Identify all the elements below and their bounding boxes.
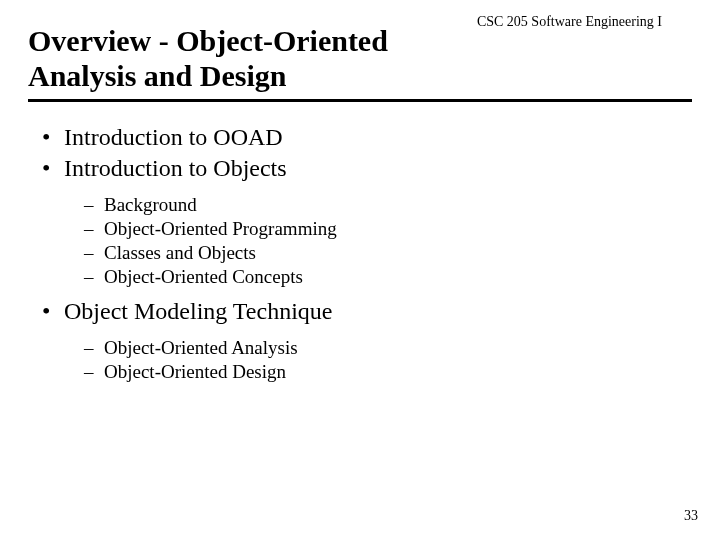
bullet-dash-icon: –	[84, 218, 104, 240]
sub-bullet-item: –Background	[28, 194, 692, 216]
sub-bullet-text: Classes and Objects	[104, 242, 256, 263]
bullet-dot-icon: •	[42, 124, 64, 151]
bullet-dash-icon: –	[84, 337, 104, 359]
bullet-text: Introduction to Objects	[64, 155, 287, 181]
bullet-item: •Introduction to OOAD	[28, 124, 692, 151]
bullet-dash-icon: –	[84, 266, 104, 288]
course-header: CSC 205 Software Engineering I	[477, 14, 662, 30]
sub-bullet-item: –Object-Oriented Analysis	[28, 337, 692, 359]
sub-bullet-item: –Object-Oriented Programming	[28, 218, 692, 240]
sub-bullet-text: Background	[104, 194, 197, 215]
page-number: 33	[684, 508, 698, 524]
bullet-dash-icon: –	[84, 361, 104, 383]
sub-bullet-text: Object-Oriented Concepts	[104, 266, 303, 287]
sub-bullet-item: –Classes and Objects	[28, 242, 692, 264]
bullet-dash-icon: –	[84, 194, 104, 216]
bullet-item: •Object Modeling Technique	[28, 298, 692, 325]
bullet-dot-icon: •	[42, 155, 64, 182]
bullet-text: Object Modeling Technique	[64, 298, 332, 324]
bullet-item: •Introduction to Objects	[28, 155, 692, 182]
bullet-dash-icon: –	[84, 242, 104, 264]
sub-bullet-text: Object-Oriented Programming	[104, 218, 337, 239]
title-underline	[28, 99, 692, 102]
sub-bullet-item: –Object-Oriented Design	[28, 361, 692, 383]
sub-bullet-item: –Object-Oriented Concepts	[28, 266, 692, 288]
sub-bullet-text: Object-Oriented Design	[104, 361, 286, 382]
sub-bullet-text: Object-Oriented Analysis	[104, 337, 298, 358]
bullet-dot-icon: •	[42, 298, 64, 325]
slide-title: Overview - Object-Oriented Analysis and …	[28, 24, 448, 93]
bullet-text: Introduction to OOAD	[64, 124, 283, 150]
